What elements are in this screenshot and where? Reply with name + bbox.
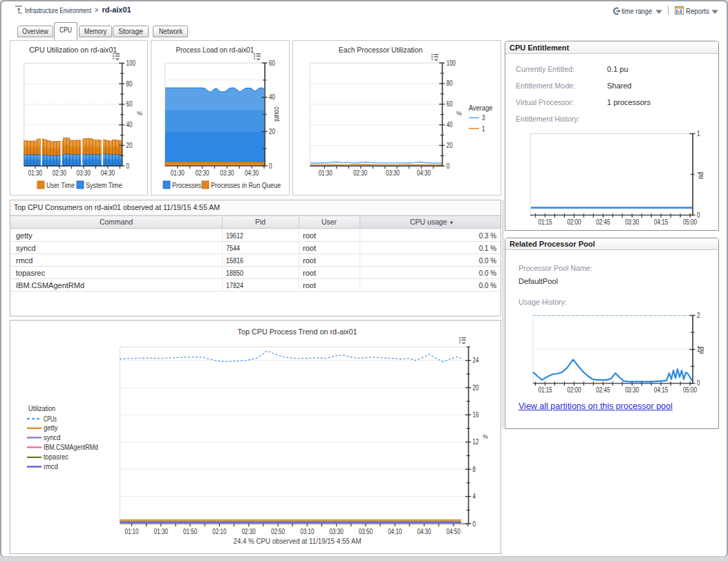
svg-text:05:00: 05:00 [683, 218, 697, 225]
svg-text:%: % [483, 433, 488, 440]
svg-text:Average: Average [469, 104, 493, 112]
svg-text:02:45: 02:45 [596, 218, 610, 225]
svg-text:%: % [137, 110, 142, 117]
svg-text:03:30: 03:30 [330, 528, 344, 535]
svg-text:Processes: Processes [172, 181, 201, 189]
svg-text:03:30: 03:30 [625, 218, 639, 225]
svg-text:04:30: 04:30 [245, 169, 259, 177]
svg-text:01:15: 01:15 [538, 386, 552, 394]
svg-text:02:50: 02:50 [271, 528, 285, 535]
svg-text:Top CPU Process Trend on rd-ai: Top CPU Process Trend on rd-aix01 [238, 327, 357, 336]
svg-text:IBM.CSMAgentRMd: IBM.CSMAgentRMd [44, 443, 98, 451]
svg-text:16: 16 [473, 411, 479, 419]
svg-text:%: % [456, 110, 462, 117]
svg-text:03:30: 03:30 [220, 169, 234, 177]
svg-text:03:30: 03:30 [625, 386, 639, 394]
svg-text:02:00: 02:00 [567, 386, 581, 394]
svg-text:04:15: 04:15 [654, 386, 668, 394]
svg-text:04:50: 04:50 [447, 528, 460, 535]
svg-text:4: 4 [473, 493, 476, 500]
svg-text:02:30: 02:30 [353, 169, 367, 177]
svg-text:40: 40 [447, 121, 453, 129]
svg-text:System Time: System Time [86, 181, 122, 189]
svg-text:40: 40 [269, 93, 275, 101]
svg-text:CPUs: CPUs [44, 415, 57, 423]
svg-text:02:10: 02:10 [212, 528, 226, 535]
svg-text:syncd: syncd [44, 433, 61, 441]
svg-text:0: 0 [447, 162, 450, 170]
svg-text:01:30: 01:30 [319, 169, 333, 177]
svg-text:0: 0 [697, 379, 700, 387]
svg-text:pu: pu [698, 347, 706, 354]
svg-text:Utilization: Utilization [28, 404, 55, 412]
svg-text:01:30: 01:30 [154, 528, 168, 535]
svg-text:05:00: 05:00 [683, 386, 697, 394]
svg-text:User Time: User Time [46, 181, 75, 189]
svg-text:03:30: 03:30 [386, 169, 400, 177]
svg-text:01:30: 01:30 [171, 169, 185, 177]
svg-text:count: count [273, 106, 281, 122]
svg-text:CPU Utilization on rd-aix01: CPU Utilization on rd-aix01 [29, 46, 117, 54]
svg-text:rmcd: rmcd [44, 462, 58, 470]
svg-text:topasrec: topasrec [44, 453, 68, 461]
svg-text:2: 2 [697, 312, 700, 319]
svg-text:60: 60 [269, 59, 275, 67]
svg-text:Processes in Run Queue: Processes in Run Queue [211, 181, 281, 189]
svg-text:1: 1 [697, 130, 700, 137]
svg-text:02:30: 02:30 [195, 169, 209, 177]
svg-text:0: 0 [473, 520, 476, 528]
svg-text:01:30: 01:30 [28, 169, 42, 177]
svg-text:0: 0 [697, 211, 700, 218]
svg-text:20: 20 [473, 384, 479, 392]
svg-text:100: 100 [447, 59, 456, 67]
svg-text:03:50: 03:50 [359, 528, 373, 535]
svg-text:20: 20 [447, 142, 453, 149]
svg-text:03:10: 03:10 [300, 528, 314, 535]
svg-text:24.4 % CPU observed at 11/19/1: 24.4 % CPU observed at 11/19/15 4:55 AM [234, 538, 362, 545]
svg-text:02:00: 02:00 [567, 218, 581, 225]
svg-text:Process Load on rd-aix01: Process Load on rd-aix01 [176, 46, 254, 54]
svg-text:getty: getty [44, 424, 58, 432]
svg-text:pu: pu [698, 172, 705, 179]
svg-text:60: 60 [447, 100, 453, 108]
svg-text:20: 20 [127, 142, 133, 149]
svg-text:20: 20 [269, 128, 275, 135]
svg-text:01:10: 01:10 [124, 528, 138, 535]
svg-text:12: 12 [473, 438, 479, 446]
svg-text:100: 100 [127, 59, 136, 67]
svg-text:24: 24 [473, 356, 479, 364]
svg-text:04:15: 04:15 [654, 218, 668, 225]
svg-text:02:30: 02:30 [242, 528, 256, 535]
svg-text:1: 1 [482, 125, 485, 133]
svg-text:04:30: 04:30 [417, 169, 431, 177]
svg-text:0: 0 [127, 162, 130, 170]
svg-text:02:45: 02:45 [596, 386, 610, 394]
svg-text:80: 80 [127, 80, 133, 88]
svg-text:40: 40 [127, 121, 133, 129]
svg-text:04:10: 04:10 [388, 528, 402, 535]
svg-text:04:30: 04:30 [101, 169, 115, 177]
svg-text:01:50: 01:50 [183, 528, 197, 535]
svg-text:03:30: 03:30 [77, 169, 91, 177]
svg-text:8: 8 [473, 466, 476, 473]
svg-text:80: 80 [447, 79, 453, 87]
svg-text:3: 3 [482, 114, 485, 122]
svg-text:02:30: 02:30 [53, 169, 66, 177]
svg-text:0: 0 [269, 162, 272, 170]
svg-text:01:15: 01:15 [538, 218, 552, 225]
svg-text:Each Processor Utilization: Each Processor Utilization [339, 46, 423, 54]
svg-text:04:30: 04:30 [417, 528, 431, 535]
svg-text:60: 60 [127, 100, 133, 108]
